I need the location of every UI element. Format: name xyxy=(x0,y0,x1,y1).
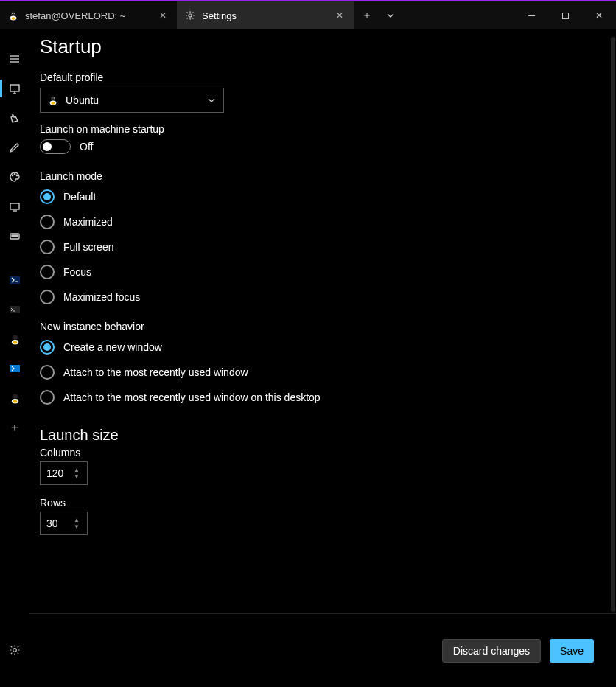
radio-launch-focus[interactable]: Focus xyxy=(40,265,606,279)
tab-title: Settings xyxy=(202,10,237,21)
svg-point-36 xyxy=(52,97,52,98)
launch-mode-label: Launch mode xyxy=(40,170,606,182)
tab-title: stefan@OVERLORD: ~ xyxy=(25,10,125,21)
maximize-button[interactable] xyxy=(548,1,582,29)
svg-rect-23 xyxy=(10,276,20,284)
svg-point-31 xyxy=(13,400,17,402)
launch-size-title: Launch size xyxy=(40,427,606,444)
stepper-icon[interactable]: ▲▼ xyxy=(74,462,84,484)
columns-input[interactable]: 120 ▲▼ xyxy=(40,461,88,485)
svg-point-16 xyxy=(16,175,17,175)
close-window-button[interactable]: ✕ xyxy=(582,1,616,29)
close-icon[interactable]: ✕ xyxy=(333,9,346,22)
svg-rect-11 xyxy=(10,85,19,91)
default-profile-label: Default profile xyxy=(40,72,606,83)
svg-point-14 xyxy=(12,175,13,175)
sidebar: ＋ xyxy=(0,29,29,687)
svg-point-5 xyxy=(189,14,192,17)
chevron-down-icon xyxy=(207,96,216,105)
default-profile-select[interactable]: Ubuntu xyxy=(40,88,224,113)
tux-icon xyxy=(7,10,19,21)
new-instance-group: Create a new window Attach to the most r… xyxy=(40,340,606,405)
sidebar-profile-cmd[interactable] xyxy=(0,295,29,324)
svg-point-37 xyxy=(54,97,55,98)
svg-rect-24 xyxy=(10,306,20,313)
radio-instance-new-window[interactable]: Create a new window xyxy=(40,340,606,355)
radio-instance-attach-desktop[interactable]: Attach to the most recently used window … xyxy=(40,390,606,405)
launch-startup-state: Off xyxy=(80,141,93,153)
menu-icon[interactable] xyxy=(0,44,29,74)
radio-launch-maximized[interactable]: Maximized xyxy=(40,215,606,229)
new-instance-label: New instance behavior xyxy=(40,321,606,332)
sidebar-item-actions[interactable] xyxy=(0,221,29,251)
tab-settings[interactable]: Settings ✕ xyxy=(177,1,354,29)
launch-mode-group: Default Maximized Full screen Focus Maxi… xyxy=(40,189,606,304)
gear-icon xyxy=(184,10,196,21)
sidebar-add-profile[interactable]: ＋ xyxy=(0,413,29,442)
page-title: Startup xyxy=(40,35,606,58)
svg-point-0 xyxy=(11,11,15,15)
sidebar-profile-azure[interactable] xyxy=(0,354,29,383)
svg-point-2 xyxy=(11,17,15,20)
svg-point-3 xyxy=(12,13,13,13)
tab-dropdown-button[interactable] xyxy=(383,8,398,23)
svg-rect-7 xyxy=(562,13,568,18)
sidebar-profile-ubuntu2[interactable] xyxy=(0,383,29,413)
sidebar-item-rendering[interactable] xyxy=(0,192,29,221)
sidebar-item-color-schemes[interactable] xyxy=(0,162,29,192)
sidebar-profile-powershell[interactable] xyxy=(0,265,29,295)
radio-launch-fullscreen[interactable]: Full screen xyxy=(40,240,606,254)
stepper-icon[interactable]: ▲▼ xyxy=(74,512,84,534)
launch-startup-toggle[interactable] xyxy=(40,139,71,154)
svg-point-32 xyxy=(13,649,17,652)
radio-instance-attach-recent[interactable]: Attach to the most recently used window xyxy=(40,365,606,380)
new-tab-button[interactable]: ＋ xyxy=(360,8,374,23)
radio-launch-default[interactable]: Default xyxy=(40,189,606,204)
sidebar-item-startup[interactable] xyxy=(0,74,29,103)
sidebar-settings-icon[interactable] xyxy=(0,635,29,665)
svg-point-35 xyxy=(51,102,55,105)
svg-rect-28 xyxy=(10,365,20,372)
svg-rect-21 xyxy=(14,235,15,237)
svg-point-25 xyxy=(13,335,18,340)
svg-point-4 xyxy=(14,13,15,13)
svg-rect-20 xyxy=(12,235,13,237)
titlebar: stefan@OVERLORD: ~ ✕ Settings ✕ ＋ ✕ xyxy=(0,0,616,29)
sidebar-profile-ubuntu[interactable] xyxy=(0,324,29,354)
tab-terminal[interactable]: stefan@OVERLORD: ~ ✕ xyxy=(0,1,177,29)
launch-startup-label: Launch on machine startup xyxy=(40,123,606,135)
svg-point-33 xyxy=(51,96,55,100)
tux-icon xyxy=(48,95,58,105)
svg-rect-22 xyxy=(16,235,18,237)
sidebar-item-appearance[interactable] xyxy=(0,133,29,162)
footer-bar: Discard changes Save xyxy=(29,613,616,687)
rows-label: Rows xyxy=(40,497,606,509)
svg-point-15 xyxy=(14,174,15,175)
settings-content: Startup Default profile Ubuntu Launch on… xyxy=(29,29,616,613)
scrollbar[interactable] xyxy=(611,37,615,612)
minimize-button[interactable] xyxy=(514,1,548,29)
discard-button[interactable]: Discard changes xyxy=(442,639,541,663)
save-button[interactable]: Save xyxy=(550,639,594,663)
columns-label: Columns xyxy=(40,447,606,458)
svg-rect-17 xyxy=(10,203,19,209)
svg-point-27 xyxy=(13,341,17,344)
radio-launch-maxfocus[interactable]: Maximized focus xyxy=(40,290,606,304)
close-icon[interactable]: ✕ xyxy=(156,9,169,22)
sidebar-item-interaction[interactable] xyxy=(0,103,29,133)
rows-input[interactable]: 30 ▲▼ xyxy=(40,512,88,535)
svg-point-29 xyxy=(13,394,18,399)
default-profile-value: Ubuntu xyxy=(66,94,99,106)
